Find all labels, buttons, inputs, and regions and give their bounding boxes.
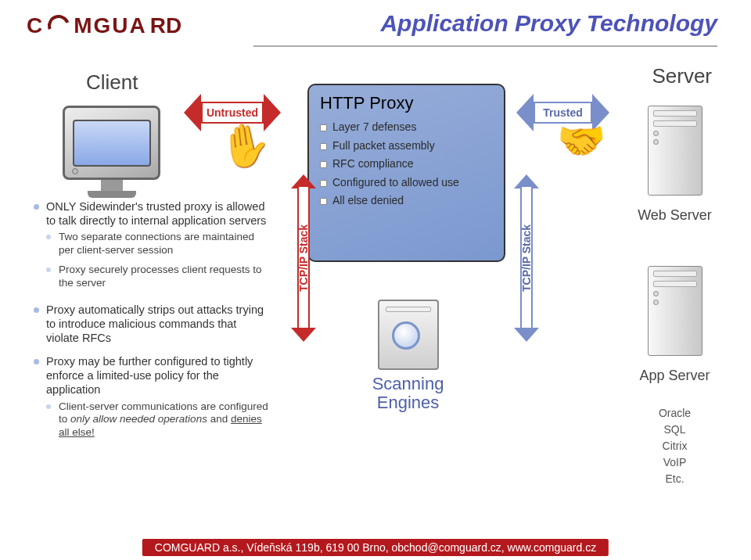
t: only allow needed operations [70, 413, 207, 425]
title-underline [253, 45, 717, 47]
sub-bullet: Two separate connections are maintained … [46, 228, 272, 260]
brand-text-2: MGUA [74, 15, 147, 37]
proxy-item: Configured to allowed use [320, 174, 493, 192]
proxy-item: All else denied [320, 192, 493, 210]
scanner-device-icon [378, 300, 439, 370]
client-heading: Client [86, 70, 138, 95]
app-item: Etc. [638, 471, 712, 487]
brand-logo: C MGUA RD [27, 15, 181, 37]
t: and [207, 413, 231, 425]
bullet: Proxy automatically strips out attacks t… [34, 298, 272, 350]
bullet: Proxy may be further configured to tight… [34, 350, 272, 447]
scanning-label: Scanning Engines [355, 375, 461, 412]
proxy-item: Full packet assembly [320, 137, 493, 156]
proxy-item: Layer 7 defenses [320, 118, 493, 137]
brand-text-1: C [27, 15, 44, 37]
tcpip-stack-left-icon: TCP/IP Stack [293, 176, 314, 340]
http-proxy-box: HTTP Proxy Layer 7 defenses Full packet … [307, 84, 505, 262]
client-monitor-icon [63, 106, 160, 198]
tcpip-stack-right-icon: TCP/IP Stack [516, 176, 537, 340]
tcpip-label-right: TCP/IP Stack [519, 193, 534, 323]
app-item: Oracle [638, 405, 712, 422]
sub-bullet: Client-server communications are configu… [46, 397, 272, 443]
app-item: Citrix [638, 438, 712, 454]
app-item: VoIP [638, 454, 712, 471]
app-item: SQL [638, 422, 712, 438]
page-title: Application Proxy Technology [380, 10, 717, 37]
brand-swirl-icon [45, 11, 74, 40]
app-server-icon [648, 266, 702, 356]
bullet-text: Proxy may be further configured to tight… [46, 355, 253, 396]
server-heading: Server [652, 64, 712, 88]
app-server-label: App Server [638, 368, 712, 384]
footer-contact: COMGUARD a.s., Vídeňská 119b, 619 00 Brn… [142, 539, 609, 556]
stop-hand-icon: ✋ [216, 118, 275, 174]
feature-bullets: ONLY Sidewinder's trusted proxy is allow… [34, 195, 272, 447]
scanning-engines: Scanning Engines [355, 300, 461, 412]
proxy-item: RFC compliance [320, 155, 493, 174]
sub-bullet: Proxy securely processes client requests… [46, 260, 272, 293]
bullet-text: ONLY Sidewinder's trusted proxy is allow… [46, 200, 266, 227]
web-server-label: Web Server [638, 207, 712, 224]
web-server-icon [648, 106, 702, 196]
bullet: ONLY Sidewinder's trusted proxy is allow… [34, 195, 272, 298]
proxy-heading: HTTP Proxy [320, 93, 493, 113]
handshake-icon: 🤝 [548, 117, 614, 164]
brand-text-3: RD [150, 15, 181, 37]
tcpip-label-left: TCP/IP Stack [296, 193, 311, 323]
app-server-sublist: Oracle SQL Citrix VoIP Etc. [638, 405, 712, 487]
